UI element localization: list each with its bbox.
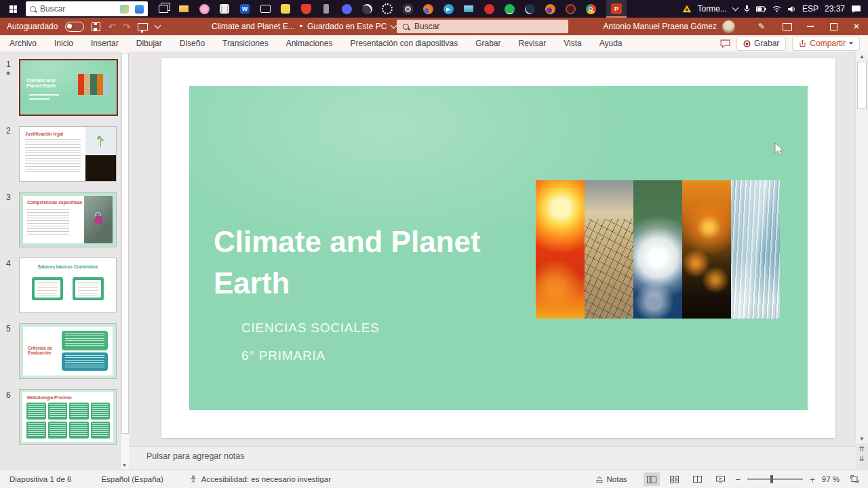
tab-diseno[interactable]: Diseño [180,39,205,48]
accessibility-status[interactable]: Accesibilidad: es necesario investigar [189,475,331,483]
restore-button[interactable] [822,18,845,35]
ribbon-search-input[interactable]: Buscar [397,20,568,33]
slide-counter[interactable]: Diapositiva 1 de 6 [9,475,71,483]
zoom-level[interactable]: 97 % [822,475,840,483]
notification-center-icon[interactable] [851,5,861,14]
recorder-icon[interactable] [560,0,580,18]
steam-icon[interactable] [519,0,540,18]
microphone-icon[interactable] [744,5,750,13]
ink-pen-icon[interactable]: ✎ [747,18,776,35]
speaker-icon[interactable] [787,5,796,13]
normal-view-button[interactable] [644,472,660,486]
zoom-in-button[interactable]: + [810,474,815,485]
climate-image-strip[interactable] [536,180,780,319]
store-icon[interactable]: ⋮⋮ [214,0,235,18]
thumbnail-scroll-down-icon[interactable]: ▼ [121,463,128,468]
task-view-icon[interactable] [153,0,174,18]
tab-revisar[interactable]: Revisar [519,39,547,48]
tab-dibujar[interactable]: Dibujar [136,39,162,48]
spotify-icon[interactable] [499,0,519,18]
keyboard-language[interactable]: ESP [802,4,818,14]
reading-view-button[interactable] [690,472,706,486]
obs-icon[interactable] [357,0,377,18]
scrollbar-thumb[interactable] [857,62,867,109]
autosave-toggle[interactable] [65,22,84,32]
battery-icon[interactable] [756,6,766,12]
brave-icon[interactable] [296,0,316,18]
saved-status[interactable]: Guardado en Este PC [307,22,387,31]
phone-link-icon[interactable] [316,0,336,18]
start-slideshow-icon[interactable] [138,23,148,30]
slide-thumbnail-3[interactable]: Competencias específicas [19,192,117,247]
zoom-slider-thumb[interactable] [770,475,773,483]
chat-icon[interactable] [255,0,275,18]
tab-transiciones[interactable]: Transiciones [222,39,269,48]
slide-subtitle-1[interactable]: CIENCIAS SOCIALES [241,321,380,336]
photos-icon[interactable] [194,0,214,18]
share-button[interactable]: Compartir [792,37,860,51]
slide-title[interactable]: Climate and Planet Earth [214,222,532,304]
mail-icon[interactable] [458,0,479,18]
file-explorer-icon[interactable] [174,0,194,18]
slide-thumbnail-1[interactable]: Climate and Planet Earth [19,59,118,116]
user-avatar[interactable] [722,20,735,33]
slide-subtitle-2[interactable]: 6° PRIMARIA [241,348,326,363]
user-name[interactable]: Antonio Manuel Praena Gómez [604,22,717,31]
tab-archivo[interactable]: Archivo [9,39,37,48]
discord-icon[interactable] [336,0,357,18]
main-vertical-scrollbar[interactable]: ▲ ▼ [855,52,868,443]
zoom-out-button[interactable]: − [736,474,741,485]
tab-insertar[interactable]: Insertar [91,39,119,48]
weather-widget-label[interactable]: Torme... [698,4,727,14]
scroll-up-icon[interactable]: ▲ [856,52,868,61]
firefox-nightly-icon[interactable] [540,0,560,18]
redo-icon[interactable]: ↷ [123,22,130,32]
tab-presentacion[interactable]: Presentación con diapositivas [350,39,458,48]
screen-record-icon[interactable] [397,0,418,18]
settings-gear-icon[interactable] [377,0,397,18]
slide-sorter-view-button[interactable] [667,472,683,486]
next-slide-button[interactable]: ⇊ [859,454,865,464]
document-title[interactable]: Climate and Planet E... [212,22,295,31]
telegram-icon[interactable] [438,0,458,18]
previous-slide-button[interactable]: ⇈ [859,445,865,454]
firefox-icon[interactable] [418,0,438,18]
word-icon[interactable]: W [235,0,255,18]
slide-editing-canvas[interactable]: Climate and Planet Earth CIENCIAS SOCIAL… [129,52,853,446]
slideshow-view-button[interactable] [713,472,729,486]
tray-chevron-icon[interactable] [732,5,739,12]
notes-placeholder[interactable]: Pulsar para agregar notas [146,451,245,461]
thumbnail-scrollbar-thumb[interactable] [121,53,129,434]
start-button[interactable] [0,0,26,18]
document-title-area[interactable]: Climate and Planet E... • Guardado en Es… [212,18,396,35]
taskbar-search-input[interactable]: Buscar [26,1,148,16]
thumbnail-panel-scrollbar[interactable]: ▼ [120,52,129,469]
save-icon[interactable] [92,22,100,31]
powerpoint-taskbar-icon[interactable]: P [606,0,627,18]
comments-icon[interactable] [720,39,730,48]
fit-slide-button[interactable] [846,472,863,486]
chrome-icon[interactable] [580,0,601,18]
ribbon-display-options-icon[interactable] [776,18,799,35]
slide-thumbnail-5[interactable]: Criterios de Evaluación [19,323,117,379]
undo-icon[interactable]: ↶ [108,22,115,32]
record-button[interactable]: Grabar [736,37,786,51]
close-button[interactable]: ✕ [845,18,868,35]
tab-ayuda[interactable]: Ayuda [599,39,623,48]
slide-thumbnail-6[interactable]: Metodología Proceso [19,389,117,445]
quick-access-chevron-icon[interactable] [155,22,161,29]
minimize-button[interactable] [799,18,822,35]
sticky-notes-icon[interactable] [275,0,296,18]
zoom-slider[interactable] [747,479,803,480]
camera-record-icon[interactable] [479,0,499,18]
weather-alert-icon[interactable] [682,5,692,13]
tab-grabar[interactable]: Grabar [475,39,500,48]
language-indicator[interactable]: Español (España) [101,475,163,483]
slide-background[interactable]: Climate and Planet Earth CIENCIAS SOCIAL… [189,86,808,410]
slide-thumbnail-2[interactable]: Justificación legal [19,126,117,182]
notes-toggle-button[interactable]: Notas [595,475,627,483]
slide-page[interactable]: Climate and Planet Earth CIENCIAS SOCIAL… [161,58,835,438]
wifi-icon[interactable] [772,5,781,12]
tab-animaciones[interactable]: Animaciones [286,39,333,48]
slide-thumbnail-4[interactable]: Saberes básicos Contenidos [19,258,117,313]
